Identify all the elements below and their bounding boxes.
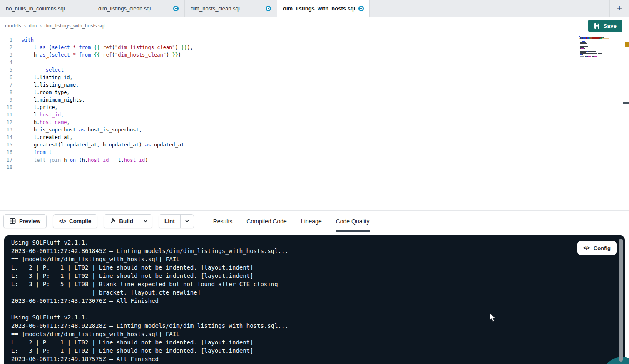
code-line-text: from l — [22, 149, 52, 156]
file-tab-label: dim_hosts_clean.sql — [191, 5, 240, 12]
code-line[interactable]: 2 l as (select * from {{ ref("dim_listin… — [0, 44, 574, 51]
tab-bar: no_nulls_in_columns.sqldim_listings_clea… — [0, 0, 629, 17]
grid-icon — [10, 218, 16, 224]
code-line[interactable]: 17 left join h on (h.host_id = l.host_id… — [0, 156, 574, 163]
lint-label: Lint — [164, 218, 175, 224]
minimap-line — [579, 54, 609, 55]
breadcrumb-item[interactable]: dim — [29, 23, 37, 29]
line-number: 1 — [0, 36, 12, 44]
breadcrumb-separator-icon: › — [40, 23, 41, 29]
minimap-line — [579, 43, 609, 44]
minimap-line — [579, 51, 609, 52]
line-number: 3 — [0, 51, 12, 59]
code-line[interactable]: 4 — [0, 59, 574, 66]
code-line[interactable]: 13 h.is_superhost as host_is_superhost, — [0, 126, 574, 134]
code-line[interactable]: 11 l.host_id, — [0, 111, 574, 119]
tab-results[interactable]: Results — [213, 211, 233, 232]
tab-list: no_nulls_in_columns.sqldim_listings_clea… — [0, 0, 370, 17]
minimap-line — [579, 38, 609, 39]
code-line[interactable]: 5 select — [0, 66, 574, 74]
save-icon — [594, 23, 600, 29]
code-line-text: select — [22, 66, 64, 74]
code-line[interactable]: 3 h as (select * from {{ ref("dim_hosts_… — [0, 51, 574, 59]
line-number: 12 — [0, 119, 12, 126]
lint-dropdown-button[interactable] — [180, 215, 194, 228]
code-line-text: h as (select * from {{ ref("dim_hosts_cl… — [22, 51, 181, 59]
minimap-line — [579, 52, 609, 53]
tab-code-quality[interactable]: Code Quality — [336, 211, 370, 232]
config-button[interactable]: </> Config — [577, 241, 617, 255]
tab-lineage[interactable]: Lineage — [301, 211, 322, 232]
lint-button[interactable]: Lint — [159, 215, 180, 228]
terminal-scrollbar[interactable] — [619, 239, 623, 362]
code-line-text: l.minimum_nights, — [22, 96, 85, 104]
code-line[interactable]: 6 l.listing_id, — [0, 74, 574, 81]
code-line[interactable]: 1with — [0, 36, 574, 44]
file-tab-label: no_nulls_in_columns.sql — [6, 5, 65, 12]
compile-button[interactable]: </>Compile — [53, 214, 97, 228]
file-tab[interactable]: dim_listings_with_hosts.sql — [277, 0, 370, 17]
minimap-line — [579, 40, 609, 40]
code-line[interactable]: 12 h.host_name, — [0, 119, 574, 126]
code-line-text: greatest(l.updated_at, h.updated_at) as … — [22, 141, 184, 149]
code-line-text: l.listing_name, — [22, 81, 79, 89]
build-button[interactable]: Build — [104, 215, 139, 228]
minimap-line — [579, 50, 609, 50]
minimap-line — [579, 41, 609, 42]
code-line[interactable]: 16 from l — [0, 149, 574, 156]
action-toolbar: Preview</>CompileBuildLint ResultsCompil… — [0, 210, 629, 231]
code-line[interactable]: 8 l.room_type, — [0, 89, 574, 96]
code-line-text: l.created_at, — [22, 134, 73, 141]
code-line[interactable]: 9 l.minimum_nights, — [0, 96, 574, 104]
save-button[interactable]: Save — [588, 20, 622, 32]
code-line-text: l.listing_id, — [22, 74, 73, 81]
modified-dot-icon — [266, 6, 271, 11]
code-icon: </> — [583, 245, 590, 251]
minimap-line — [579, 56, 609, 57]
code-editor[interactable]: 1with2 l as (select * from {{ ref("dim_l… — [0, 35, 629, 210]
modified-dot-icon — [358, 6, 364, 11]
save-label: Save — [603, 23, 617, 29]
minimap-line — [579, 46, 609, 47]
code-line[interactable]: 15 greatest(l.updated_at, h.updated_at) … — [0, 141, 574, 149]
modified-dot-icon — [173, 6, 179, 11]
breadcrumb-separator-icon: › — [24, 23, 26, 29]
code-line-text: h.is_superhost as host_is_superhost, — [22, 126, 142, 134]
toolbar-buttons: Preview</>CompileBuildLint — [0, 214, 194, 228]
line-number: 13 — [0, 126, 12, 134]
minimap-line — [579, 37, 609, 38]
line-number: 9 — [0, 96, 12, 104]
code-area[interactable]: 1with2 l as (select * from {{ ref("dim_l… — [0, 36, 574, 171]
line-number: 6 — [0, 74, 12, 81]
line-number: 11 — [0, 111, 12, 119]
line-number: 4 — [0, 59, 12, 66]
file-tab-label: dim_listings_clean.sql — [98, 5, 151, 12]
file-tab[interactable]: dim_listings_clean.sql — [92, 0, 185, 17]
preview-button[interactable]: Preview — [3, 214, 47, 228]
tab-compiled-code[interactable]: Compiled Code — [246, 211, 287, 232]
code-line[interactable]: 14 l.created_at, — [0, 134, 574, 141]
config-label: Config — [594, 245, 611, 251]
result-tabs: ResultsCompiled CodeLineageCode Quality — [213, 211, 370, 232]
minimap-line — [579, 48, 609, 49]
code-icon: </> — [59, 218, 66, 224]
build-dropdown-button[interactable] — [139, 215, 152, 228]
file-tab[interactable]: no_nulls_in_columns.sql — [0, 0, 92, 17]
code-line-text: with — [22, 36, 34, 44]
minimap[interactable] — [579, 36, 609, 58]
code-line-text: l.price, — [22, 104, 58, 111]
minimap-line — [579, 42, 609, 43]
breadcrumb-item[interactable]: models — [5, 23, 21, 29]
new-tab-button[interactable]: + — [610, 0, 629, 17]
lint-split-button: Lint — [159, 214, 194, 228]
code-line[interactable]: 10 l.price, — [0, 104, 574, 111]
code-line-text: left join h on (h.host_id = l.host_id) — [22, 156, 148, 163]
line-number: 17 — [0, 156, 12, 163]
minimap-line — [579, 36, 609, 37]
ide-window: no_nulls_in_columns.sqldim_listings_clea… — [0, 0, 629, 364]
code-line[interactable]: 18 — [0, 163, 574, 171]
code-line[interactable]: 7 l.listing_name, — [0, 81, 574, 89]
breadcrumb-item[interactable]: dim_listings_with_hosts.sql — [45, 23, 105, 29]
minimap-line — [579, 45, 609, 45]
file-tab[interactable]: dim_hosts_clean.sql — [185, 0, 277, 17]
